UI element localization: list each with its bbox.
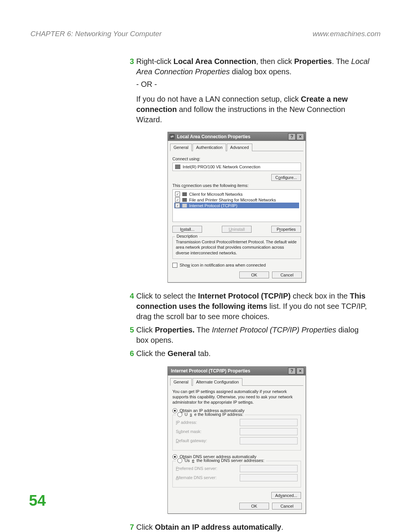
properties-button[interactable]: Properties	[271, 226, 301, 233]
tab-authentication[interactable]: Authentication	[193, 144, 226, 151]
description-group: Description Transmission Control Protoco…	[172, 236, 301, 259]
checkbox-icon[interactable]: ✓	[175, 192, 180, 197]
tab-advanced[interactable]: Advanced	[227, 144, 252, 151]
adapter-field: Intel(R) PRO/100 VE Network Connection	[172, 163, 301, 171]
dialog1-titlebar[interactable]: ⇄ Local Area Connection Properties ? ×	[168, 132, 306, 141]
close-icon[interactable]: ×	[296, 367, 304, 374]
checkbox-icon[interactable]: ✓	[175, 203, 180, 208]
subnet-field	[240, 428, 298, 435]
client-icon	[182, 192, 187, 196]
service-icon	[182, 198, 187, 202]
preferred-dns-label: Preferred DNS server:	[176, 466, 217, 471]
lan-properties-dialog: ⇄ Local Area Connection Properties ? × G…	[167, 132, 306, 283]
radio-icon[interactable]	[177, 458, 182, 463]
static-dns-group: Use the following DNS server addresses: …	[172, 461, 301, 487]
checkbox-icon[interactable]: ✓	[175, 197, 180, 202]
network-icon: ⇄	[169, 134, 175, 139]
tab-general[interactable]: General	[170, 378, 192, 386]
step-3: 3 Right-click Local Area Connection, the…	[126, 56, 373, 77]
gateway-label: Default gateway:	[176, 438, 207, 443]
items-label: This connection uses the following items…	[172, 183, 301, 188]
preferred-dns-field	[240, 465, 298, 472]
ip-address-field	[240, 419, 298, 426]
page-number: 54	[29, 492, 46, 509]
step-5: 5 Click Properties. The Internet Protoco…	[126, 325, 373, 345]
list-item[interactable]: ✓ Client for Microsoft Networks	[174, 191, 299, 197]
subnet-label: Subnet mask:	[176, 429, 201, 434]
tcpip-properties-dialog: Internet Protocol (TCP/IP) Properties ? …	[167, 366, 306, 514]
dialog2-titlebar[interactable]: Internet Protocol (TCP/IP) Properties ? …	[168, 367, 306, 375]
uninstall-button: Uninstall	[222, 226, 252, 233]
advanced-button[interactable]: Advanced...	[271, 492, 301, 499]
alternate-dns-field	[240, 474, 298, 481]
radio-icon[interactable]	[172, 454, 177, 459]
show-icon-label: Show icon in notification area when conn…	[180, 263, 266, 267]
dialog1-title: Local Area Connection Properties	[177, 134, 250, 139]
alternate-dns-label: Alternate DNS server:	[176, 475, 217, 480]
ok-button[interactable]: OK	[239, 503, 269, 510]
step-6: 6 Click the General tab.	[126, 348, 373, 359]
tcpip-intro: You can get IP settings assigned automat…	[172, 389, 301, 405]
install-button[interactable]: Install...	[172, 226, 202, 233]
radio-static-ip[interactable]: Use the following IP address:	[176, 412, 245, 417]
nic-icon	[175, 165, 180, 169]
radio-icon[interactable]	[177, 412, 182, 417]
ip-address-label: IP address:	[176, 420, 197, 425]
url-header: www.emachines.com	[313, 30, 381, 38]
close-icon[interactable]: ×	[296, 133, 304, 140]
show-icon-checkbox[interactable]	[172, 263, 177, 268]
gateway-field	[240, 437, 298, 444]
cancel-button[interactable]: Cancel	[272, 503, 302, 510]
or-divider: - OR -	[136, 80, 373, 89]
list-item-selected[interactable]: ✓ Internet Protocol (TCP/IP)	[174, 203, 299, 208]
configure-button[interactable]: Configure...	[271, 174, 301, 181]
help-icon[interactable]: ?	[288, 133, 296, 140]
static-ip-group: Use the following IP address: IP address…	[172, 415, 301, 451]
dialog2-title: Internet Protocol (TCP/IP) Properties	[171, 368, 250, 374]
step-7: 7 Click Obtain an IP address automatical…	[126, 522, 373, 532]
cancel-button[interactable]: Cancel	[272, 272, 302, 278]
connect-using-label: Connect using:	[172, 157, 301, 161]
radio-icon[interactable]	[172, 408, 177, 413]
alt-instruction: If you do not have a LAN connection setu…	[136, 94, 373, 125]
radio-static-dns[interactable]: Use the following DNS server addresses:	[176, 458, 266, 463]
components-list[interactable]: ✓ Client for Microsoft Networks ✓ File a…	[172, 189, 301, 222]
tab-alternate[interactable]: Alternate Configuration	[193, 378, 242, 386]
protocol-icon	[182, 204, 187, 208]
list-item[interactable]: ✓ File and Printer Sharing for Microsoft…	[174, 197, 299, 203]
step-4: 4 Click to select the Internet Protocol …	[126, 291, 373, 322]
chapter-header: CHAPTER 6: Networking Your Computer	[30, 30, 162, 38]
ok-button[interactable]: OK	[239, 272, 269, 278]
tab-general[interactable]: General	[170, 144, 192, 151]
help-icon[interactable]: ?	[288, 367, 296, 374]
